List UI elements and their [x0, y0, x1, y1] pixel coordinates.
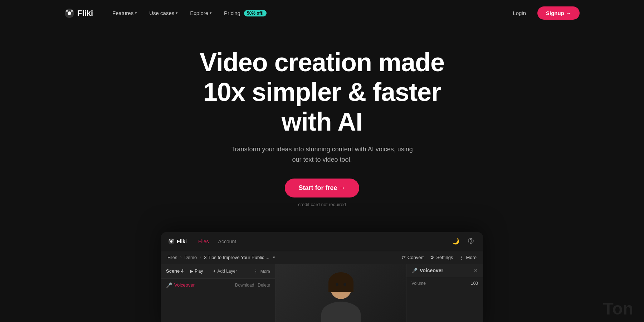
delete-button[interactable]: Delete [258, 283, 270, 288]
convert-button[interactable]: ⇄ Convert [402, 255, 424, 260]
breadcrumb: Files › Demo › 3 Tips to Improve Your Pu… [161, 251, 483, 264]
nav-usecases[interactable]: Use cases ▾ [144, 7, 183, 19]
app-nav-files[interactable]: Files [194, 237, 213, 246]
credit-card-note: credit card not required [298, 202, 346, 207]
scene-label: Scene 4 [166, 268, 184, 274]
nav-features[interactable]: Features ▾ [107, 7, 142, 19]
start-free-button[interactable]: Start for free → [285, 179, 359, 197]
navbar: Fliki Features ▾ Use cases ▾ Explore ▾ P… [0, 0, 644, 26]
breadcrumb-files[interactable]: Files [167, 255, 177, 260]
breadcrumb-current: 3 Tips to Improve Your Public ... [204, 255, 269, 260]
body [321, 302, 361, 322]
more-dots-icon: ⋮ [253, 268, 259, 274]
nav-links: Features ▾ Use cases ▾ Explore ▾ Pricing… [107, 7, 507, 19]
bottom-partial-text: Ton [592, 295, 644, 322]
microphone-icon: 🎤 [166, 282, 172, 288]
breadcrumb-actions: ⇄ Convert ⚙ Settings ⋮ More [402, 255, 477, 260]
hair [328, 272, 353, 292]
video-preview [275, 264, 406, 322]
scene-play-button[interactable]: ▶ Play [187, 268, 206, 275]
convert-icon: ⇄ [402, 255, 406, 260]
voiceover-panel-title: 🎤 Voiceover [411, 268, 474, 273]
download-button[interactable]: Download [235, 283, 254, 288]
signup-button[interactable]: Signup → [537, 6, 580, 20]
right-eye [343, 283, 346, 286]
left-eye [336, 283, 338, 286]
pricing-badge: 50% off! [244, 10, 267, 16]
breadcrumb-dropdown-icon[interactable]: ▾ [273, 255, 275, 260]
nav-right: Login Signup → [507, 6, 580, 20]
settings-button[interactable]: ⚙ Settings [430, 255, 453, 260]
video-content [275, 264, 406, 322]
app-nav-account[interactable]: Account [214, 237, 241, 246]
voiceover-panel-header: 🎤 Voiceover ✕ [406, 264, 483, 277]
hero-subtitle: Transform your ideas into stunning conte… [229, 144, 415, 165]
help-icon[interactable]: ⓪ [466, 236, 476, 247]
app-topbar: Fliki Files Account 🌙 ⓪ [161, 232, 483, 251]
svg-point-2 [66, 10, 68, 12]
dark-mode-icon[interactable]: 🌙 [451, 236, 461, 247]
scene-panel: Scene 4 ▶ Play ✦ Add Layer ⋮ More 🎤 Voic… [161, 264, 275, 322]
voiceover-panel: 🎤 Voiceover ✕ Volume 100 [406, 264, 483, 322]
scene-more-button[interactable]: ⋮ More [253, 268, 270, 274]
video-thumbnail [275, 264, 406, 322]
settings-icon: ⚙ [430, 255, 434, 260]
svg-point-3 [71, 10, 73, 12]
app-logo-icon [168, 238, 175, 245]
microphone-panel-icon: 🎤 [411, 268, 418, 273]
chevron-down-icon: ▾ [135, 11, 137, 15]
logo-icon [64, 8, 74, 18]
chevron-down-icon: ▾ [176, 11, 178, 15]
chevron-down-icon: ▾ [210, 11, 212, 15]
voiceover-row: 🎤 Voiceover Download Delete [161, 279, 275, 292]
breadcrumb-demo[interactable]: Demo [184, 255, 197, 260]
add-layer-button[interactable]: ✦ Add Layer [210, 268, 240, 275]
logo[interactable]: Fliki [64, 8, 93, 18]
app-nav-right: 🌙 ⓪ [451, 236, 476, 247]
svg-point-6 [169, 239, 171, 241]
breadcrumb-sep-2: › [200, 255, 201, 260]
app-body: Scene 4 ▶ Play ✦ Add Layer ⋮ More 🎤 Voic… [161, 264, 483, 322]
login-button[interactable]: Login [507, 7, 532, 19]
scene-actions: Download Delete [235, 283, 270, 288]
voiceover-close-button[interactable]: ✕ [474, 268, 478, 273]
voiceover-label[interactable]: Voiceover [174, 282, 195, 288]
hero-section: Video creation made 10x simpler & faster… [0, 26, 644, 225]
more-icon: ⋮ [459, 255, 464, 260]
svg-point-7 [172, 239, 174, 241]
svg-point-1 [68, 11, 71, 15]
app-preview: Fliki Files Account 🌙 ⓪ Files › Demo › 3… [161, 232, 483, 322]
volume-label: Volume [411, 281, 426, 286]
more-button[interactable]: ⋮ More [459, 255, 477, 260]
nav-explore[interactable]: Explore ▾ [185, 7, 217, 19]
add-layer-icon: ✦ [213, 269, 216, 274]
app-nav-links: Files Account [194, 237, 451, 246]
play-icon: ▶ [190, 269, 193, 274]
svg-point-5 [170, 240, 172, 243]
volume-row: Volume 100 [406, 277, 483, 289]
person-figure [316, 269, 366, 322]
nav-pricing[interactable]: Pricing 50% off! [219, 7, 272, 19]
volume-value: 100 [471, 281, 478, 286]
app-logo: Fliki [168, 238, 187, 245]
hero-title: Video creation made 10x simpler & faster… [197, 48, 447, 136]
scene-header: Scene 4 ▶ Play ✦ Add Layer ⋮ More [161, 264, 275, 279]
breadcrumb-sep-1: › [180, 255, 181, 260]
